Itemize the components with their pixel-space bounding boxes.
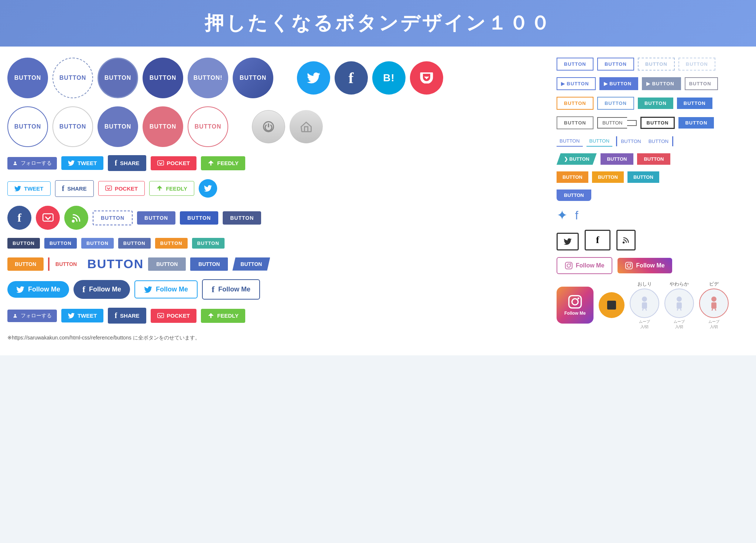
rp-bluelight-btn[interactable]: BUTTON [597, 97, 634, 110]
solid-btn-2[interactable]: BUTTON [180, 211, 218, 225]
circle-btn-2[interactable]: BUTTON [52, 58, 93, 98]
rp-pipe-left[interactable]: BUTTON [616, 136, 645, 146]
share-btn-1[interactable]: f SHARE [108, 155, 146, 171]
twitter-device-icon[interactable] [557, 233, 579, 250]
rss-icon-circle[interactable] [64, 206, 88, 230]
share-btn-footer[interactable]: f SHARE [108, 308, 146, 324]
circle-btn-6[interactable]: BUTTON [233, 58, 273, 98]
rp-solid-btn-2[interactable]: BUTTON [678, 117, 714, 129]
circle-btn-4[interactable]: BUTTON [143, 58, 183, 98]
power-btn[interactable] [252, 110, 285, 143]
svg-point-22 [677, 297, 682, 302]
pocket-btn-1[interactable]: POCKET [151, 156, 197, 170]
motion-btn-1[interactable]: おしり ムーブ入/切 [630, 281, 659, 329]
rp-teal2-btn[interactable]: BUTTON [627, 171, 659, 183]
feedly-outline-btn[interactable]: FEEDLY [149, 181, 194, 196]
solid-dark-btn[interactable]: BUTTON [223, 211, 261, 225]
pocket-outline-btn[interactable]: POCKET [98, 181, 145, 196]
red-outline-btn[interactable]: BUTTON [48, 257, 83, 271]
home-btn[interactable] [290, 110, 323, 143]
circle-hollow-btn-2[interactable]: BUTTON [52, 106, 93, 147]
rp-bluesolid-btn[interactable]: BUTTON [677, 98, 712, 109]
rp-outline-btn-1[interactable]: BUTTON [557, 58, 593, 71]
orange-btn[interactable]: BUTTON [7, 257, 44, 271]
rp-dashed-btn-2[interactable]: BUTTON [678, 58, 715, 71]
fb-device-icon[interactable]: f [585, 230, 610, 250]
rp-underline-btn-2[interactable]: BUTTON [586, 136, 613, 147]
twitter-star-icon[interactable]: ✦ [557, 208, 568, 223]
tag-btn-4[interactable]: BUTTON [118, 238, 151, 249]
rp-wavy-btn[interactable]: BUTTON [557, 189, 591, 201]
tag-btn-2[interactable]: BUTTON [44, 238, 77, 249]
follow-ig-outline-btn[interactable]: Follow Me [557, 257, 612, 274]
follow-small-btn-2[interactable]: フォローする [7, 310, 57, 322]
tweet-btn-1[interactable]: TWEET [61, 156, 104, 170]
rp-arrow-btn-3[interactable]: ▶ BUTTON [642, 77, 681, 90]
pocket-btn-footer[interactable]: POCKET [151, 309, 197, 323]
motion-btn-2[interactable]: やわらか ムーブ入/切 [664, 281, 694, 329]
fb-star-icon[interactable]: f [575, 209, 578, 222]
rp-chevron-btn[interactable]: ❯ BUTTON [557, 153, 597, 165]
twitter-small-circle[interactable] [199, 179, 217, 198]
motion-circle-1[interactable] [630, 288, 659, 318]
tag-btn-6[interactable]: BUTTON [192, 238, 225, 249]
rp-dashed-btn-1[interactable]: BUTTON [638, 58, 675, 71]
instagram-box[interactable]: Follow Me [557, 287, 593, 324]
circle-pink-btn[interactable]: BUTTON [143, 106, 183, 147]
rp-bracket-left[interactable]: BUTTON [597, 117, 627, 129]
twitter-circle-btn[interactable] [297, 61, 330, 95]
rp-gray-outline-btn[interactable]: BUTTON [557, 116, 593, 129]
rp-bracket-right[interactable] [627, 120, 637, 126]
fb-icon-circle[interactable]: f [7, 206, 31, 230]
motion-circle-2[interactable] [664, 288, 694, 318]
motion-circle-3[interactable] [699, 288, 729, 318]
follow-ig-gradient-btn[interactable]: Follow Me [618, 258, 672, 273]
hatena-circle-btn[interactable]: B! [372, 61, 406, 95]
rp-pipe-right[interactable]: BUTTON [645, 136, 674, 146]
rss-device-icon[interactable] [616, 230, 636, 250]
rp-thick-btn[interactable]: BUTTON [640, 117, 675, 129]
rp-orange2-btn[interactable]: BUTTON [557, 171, 588, 183]
rp-arrow-btn-2[interactable]: ▶ BUTTON [599, 77, 639, 90]
tweet-btn-footer[interactable]: TWEET [61, 309, 104, 322]
circle-solid-btn[interactable]: BUTTON [98, 106, 138, 147]
dashed-btn-1[interactable]: BUTTON [93, 211, 133, 225]
rp-underline-btn-1[interactable]: BUTTON [557, 136, 583, 147]
feedly-btn-footer[interactable]: FEEDLY [201, 309, 245, 323]
tweet-outline-btn[interactable]: TWEET [7, 181, 51, 196]
rp-arrow-btn-1[interactable]: ▶ BUTTON [557, 77, 596, 90]
facebook-circle-btn[interactable]: f [335, 61, 368, 95]
circle-pink-outline-btn[interactable]: BUTTON [188, 106, 228, 147]
stop-btn[interactable] [599, 292, 625, 318]
follow-twitter-outline-btn[interactable]: Follow Me [134, 280, 198, 298]
rp-teal-btn[interactable]: BUTTON [638, 98, 673, 109]
tag-btn-1[interactable]: BUTTON [7, 238, 40, 249]
follow-small-btn[interactable]: フォローする [7, 157, 57, 170]
rp-purple-btn[interactable]: BUTTON [601, 153, 634, 165]
rp-red-btn[interactable]: BUTTON [637, 153, 670, 165]
pocket-icon-circle[interactable] [36, 206, 60, 230]
rp-outline-btn-2[interactable]: BUTTON [597, 58, 634, 71]
rp-arrow-btn-4[interactable]: BUTTON [685, 77, 718, 90]
rp-orange-btn[interactable]: BUTTON [557, 97, 593, 110]
motion-btn-3[interactable]: ビデ ムーブ入/切 [699, 281, 729, 329]
pocket-circle-btn[interactable] [410, 61, 443, 95]
tag-btn-5[interactable]: BUTTON [155, 238, 188, 249]
big-blue-btn[interactable]: BUTTON [87, 257, 144, 271]
feedly-btn-1[interactable]: FEEDLY [201, 156, 245, 170]
follow-twitter-btn-1[interactable]: Follow Me [7, 281, 69, 298]
footer-note: ※https://saruwakakun.com/html-css/refere… [7, 332, 549, 344]
tag-btn-3[interactable]: BUTTON [81, 238, 114, 249]
share-outline-btn[interactable]: f SHARE [55, 180, 94, 197]
circle-hollow-btn-1[interactable]: BUTTON [7, 106, 48, 147]
circle-btn-3[interactable]: BUTTON [98, 58, 138, 98]
circle-btn-5[interactable]: BUTTON! [188, 58, 228, 98]
rp-orange3-btn[interactable]: BUTTON [592, 171, 624, 183]
blue-rect-btn[interactable]: BUTTON [190, 257, 228, 271]
follow-facebook-outline-btn[interactable]: f Follow Me [202, 279, 260, 300]
follow-facebook-btn-1[interactable]: f Follow Me [73, 280, 130, 299]
solid-btn-1[interactable]: BUTTON [137, 211, 175, 225]
gray-rect-btn-1[interactable]: BUTTON [148, 257, 186, 271]
para-btn[interactable]: BUTTON [232, 257, 270, 271]
circle-btn-1[interactable]: BUTTON [7, 58, 48, 98]
